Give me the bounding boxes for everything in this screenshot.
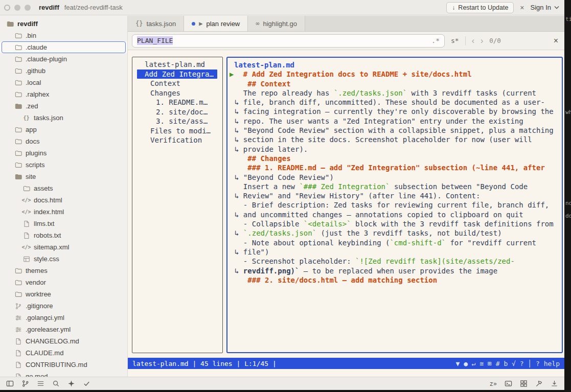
restart-to-update-label: Restart to Update [458, 4, 508, 11]
tab-plan-review[interactable]: ▶plan review [184, 16, 248, 31]
file-tree-item-ralphex[interactable]: .ralphex [0, 88, 127, 100]
plan-line: The repo already has `.zed/tasks.json` w… [230, 88, 559, 98]
dock-left-icon[interactable] [6, 380, 14, 387]
sign-in-button[interactable]: Sign In [531, 4, 559, 11]
line-gutter [230, 266, 235, 275]
file-tree-item-scripts[interactable]: scripts [0, 159, 127, 171]
play-icon: ▶ [199, 20, 202, 27]
file-tree-item-gitignore[interactable]: .gitignore [0, 300, 127, 312]
folder-icon [14, 138, 22, 145]
folder-icon [14, 267, 22, 274]
file-tree-item-style-css[interactable]: style.css [0, 253, 127, 265]
file-tree-item-golangci-yml[interactable]: .golangci.yml [0, 312, 127, 324]
match-count: 0/0 [489, 37, 501, 44]
outline-item-verification[interactable]: Verification [132, 135, 222, 145]
file-tree-item-label: CONTRIBUTING.md [26, 361, 87, 368]
file-tree-item-assets[interactable]: assets [0, 182, 127, 194]
search-icon[interactable] [52, 380, 60, 387]
search-query-text: PLAN_FILE [137, 36, 173, 45]
line-gutter [230, 182, 235, 191]
file-tree-item-vendor[interactable]: vendor [0, 276, 127, 288]
folder-icon [14, 56, 22, 63]
restart-to-update-button[interactable]: ↓ Restart to Update [446, 2, 514, 13]
search-input[interactable]: PLAN_FILE .* [132, 34, 445, 48]
outline-item-1-readme-m[interactable]: 1. README.m… [132, 98, 222, 107]
minimize-button[interactable] [14, 5, 20, 11]
file-tree-item-revdiff[interactable]: revdiff [0, 18, 127, 30]
plan-line: ## Context [230, 79, 559, 88]
file-tree-item-local[interactable]: .local [0, 77, 127, 88]
download-tray-icon[interactable] [551, 380, 558, 387]
file-tree-item-claude-plugin[interactable]: .claude-plugin [0, 53, 127, 65]
tab-tasks-json[interactable]: {}tasks.json [128, 16, 184, 31]
braces-icon: {} [22, 115, 30, 121]
file-tree-item-themes[interactable]: themes [0, 265, 127, 276]
previous-match-button[interactable]: ‹ [472, 37, 474, 45]
terminal-panel-icon[interactable] [505, 380, 512, 387]
outline-item-2-site-doc[interactable]: 2. site/doc… [132, 107, 222, 117]
status-file-info: latest-plan.md | 45 lines | L:1/45 | [132, 360, 277, 367]
line-gutter [230, 135, 235, 144]
file-tree-item-docs[interactable]: docs [0, 135, 127, 147]
file-tree-item-zed[interactable]: .zed [0, 100, 127, 112]
file-tree-item-label: go.mod [26, 373, 48, 377]
hammer-icon[interactable] [535, 380, 543, 387]
branch-name[interactable]: feat/zed-revdiff-task [64, 4, 123, 11]
dismiss-update-button[interactable]: × [520, 4, 524, 12]
regex-icon[interactable]: .* [431, 37, 440, 44]
list-icon[interactable] [37, 380, 44, 387]
file-tree-item-tasks-json[interactable]: {}tasks.json [0, 112, 127, 124]
background-text-fragment: wh [565, 109, 571, 116]
line-gutter [230, 228, 235, 238]
sparkle-icon[interactable] [67, 380, 75, 387]
close-search-button[interactable]: × [554, 37, 558, 45]
tab-highlight-go[interactable]: ∞highlight.go [248, 16, 305, 31]
file-tree-item-github[interactable]: .github [0, 65, 127, 77]
file-tree-item-app[interactable]: app [0, 124, 127, 135]
line-gutter [230, 191, 235, 200]
file-icon [22, 232, 30, 239]
file-tree-item-llms-txt[interactable]: llms.txt [0, 218, 127, 229]
outline-item-3-site-ass[interactable]: 3. site/ass… [132, 117, 222, 126]
git-branch-icon[interactable] [21, 380, 29, 387]
file-tree-item-plugins[interactable]: plugins [0, 147, 127, 159]
background-window-strip: titwhnodo [564, 0, 571, 392]
file-tree-item-docs-html[interactable]: </>docs.html [0, 194, 127, 206]
check-icon[interactable] [83, 380, 90, 387]
file-tree-item-index-html[interactable]: </>index.html [0, 206, 127, 218]
file-tree: revdiff.bin.claude.claude-plugin.github.… [0, 18, 127, 377]
file-tree-item-site[interactable]: site [0, 171, 127, 182]
search-option-icon[interactable]: s* [451, 37, 459, 44]
file-tree-item-claude-md[interactable]: CLAUDE.md [0, 347, 127, 359]
file-tree-item-changelog-md[interactable]: CHANGELOG.md [0, 335, 127, 347]
file-tree-item-claude[interactable]: .claude [0, 41, 127, 53]
project-name[interactable]: revdiff [39, 4, 59, 11]
zoom-indicator[interactable]: z» [490, 380, 497, 387]
plan-title: latest-plan.md [234, 60, 559, 70]
modified-dot [192, 22, 195, 26]
outline-item-add-zed-integra[interactable]: Add Zed Integra… [137, 70, 217, 79]
file-tree-item-label: sitemap.xml [34, 243, 69, 251]
file-tree-item-label: .golangci.yml [26, 314, 64, 321]
grid-icon[interactable] [520, 380, 528, 387]
zoom-button[interactable] [25, 5, 31, 11]
file-tree-item-contributing-md[interactable]: CONTRIBUTING.md [0, 359, 127, 371]
file-tree-item-sitemap-xml[interactable]: </>sitemap.xml [0, 241, 127, 253]
zed-window: revdiff feat/zed-revdiff-task ↓ Restart … [0, 0, 564, 390]
file-tree-item-bin[interactable]: .bin [0, 30, 127, 41]
buffer-search-bar: PLAN_FILE .* s* ‹ › 0/0 × [128, 32, 564, 50]
line-gutter [230, 200, 235, 210]
plan-line: - Brief description: Zed tasks for revie… [230, 200, 559, 210]
file-tree-item-label: style.css [34, 255, 59, 263]
file-tree-item-goreleaser-yml[interactable]: .goreleaser.yml [0, 324, 127, 335]
outline-item-files-to-modi[interactable]: Files to modi… [132, 126, 222, 136]
file-tree-item-go-mod[interactable]: go.mod [0, 371, 127, 377]
file-tree-item-worktree[interactable]: worktree [0, 288, 127, 300]
outline-item-context[interactable]: Context [132, 79, 222, 88]
outline-item-changes[interactable]: Changes [132, 88, 222, 98]
file-tree-item-robots-txt[interactable]: robots.txt [0, 229, 127, 241]
close-button[interactable] [4, 5, 10, 11]
next-match-button[interactable]: › [481, 37, 483, 45]
folder-icon [14, 279, 22, 286]
line-gutter [230, 154, 235, 163]
